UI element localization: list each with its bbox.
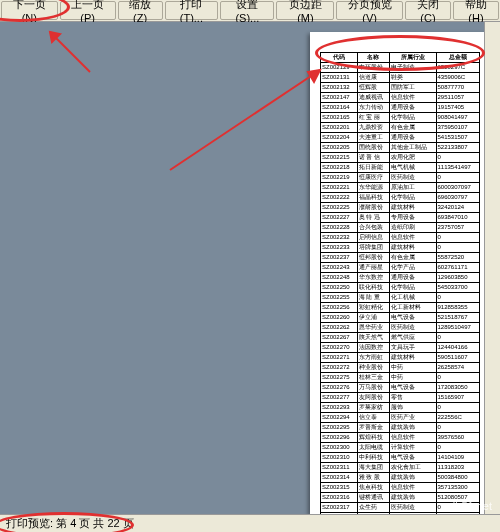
table-cell: 545033700 <box>436 283 479 293</box>
table-cell: 原油加工 <box>389 183 436 193</box>
table-cell: 电气机械 <box>389 163 436 173</box>
table-row: SZ002132恒辉股国防军工50877770 <box>321 83 480 93</box>
setup-button[interactable]: 设置(S)... <box>220 1 274 20</box>
table-cell: 522133807 <box>436 143 479 153</box>
table-cell: 农用化肥 <box>389 153 436 163</box>
prev-page-button[interactable]: 上一页(P) <box>60 1 116 20</box>
table-cell: 恒邦股份 <box>357 253 389 263</box>
table-cell: 焦点科技 <box>357 483 389 493</box>
table-cell: SZ002232 <box>321 233 358 243</box>
table-cell: 专用设备 <box>389 213 436 223</box>
table-cell: 文具玩手 <box>389 343 436 353</box>
table-cell: SZ002316 <box>321 493 358 503</box>
table-cell: 服饰 <box>389 403 436 413</box>
margins-button[interactable]: 页边距(M) <box>276 1 334 20</box>
table-cell: SZ002294 <box>321 413 358 423</box>
table-cell: 诺 普 信 <box>357 153 389 163</box>
status-text: 打印预览: 第 4 页 共 22 页 <box>6 516 134 531</box>
table-cell: 0 <box>436 233 479 243</box>
table-cell: 0 <box>436 423 479 433</box>
table-cell: 化学制品 <box>389 193 436 203</box>
table-row: SZ002201九鼎投资有色金属375950107 <box>321 123 480 133</box>
table-row: SZ002293罗莱家纺服饰0 <box>321 403 480 413</box>
table-row: SZ002315焦点科技信息软件357135300 <box>321 483 480 493</box>
zoom-button[interactable]: 缩放(Z) <box>118 1 163 20</box>
close-button[interactable]: 关闭(C) <box>405 1 451 20</box>
table-row: SZ002225濮耐股份建筑材料32420124 <box>321 203 480 213</box>
table-row: SZ002204大连重工通用设备541531507 <box>321 133 480 143</box>
table-cell: 15165907 <box>436 393 479 403</box>
table-cell: 建筑装饰 <box>389 423 436 433</box>
table-cell: SZ002270 <box>321 343 358 353</box>
table-cell: 通用设备 <box>389 133 436 143</box>
table-cell: SZ002315 <box>321 483 358 493</box>
print-button[interactable]: 打印(T)... <box>165 1 219 20</box>
table-cell: 建筑装饰 <box>389 473 436 483</box>
table-cell: 医药制造 <box>389 503 436 513</box>
table-cell: SZ002275 <box>321 373 358 383</box>
table-cell: 罗普斯金 <box>357 423 389 433</box>
table-cell: 建筑材料 <box>389 353 436 363</box>
table-cell: SZ002300 <box>321 443 358 453</box>
table-cell: 6000307097 <box>436 183 479 193</box>
table-cell: 693847010 <box>436 213 479 223</box>
table-row: SZ002267陕天然气燃气供应0 <box>321 333 480 343</box>
table-cell: 602761171 <box>436 263 479 273</box>
table-cell: 华东数控 <box>357 273 389 283</box>
table-row: SZ002232启明信息信息软件0 <box>321 233 480 243</box>
table-cell: 陕天然气 <box>357 333 389 343</box>
table-header: 名称 <box>357 53 389 63</box>
table-cell: SZ002164 <box>321 103 358 113</box>
table-cell: 恩华药业 <box>357 323 389 333</box>
table-cell: 伊立浦 <box>357 313 389 323</box>
table-cell: 521518767 <box>436 313 479 323</box>
table-cell: 建筑材料 <box>389 243 436 253</box>
table-cell: 0 <box>436 153 479 163</box>
table-cell: 中药 <box>389 373 436 383</box>
table-cell: 拓日新能 <box>357 163 389 173</box>
table-cell: 九鼎投资 <box>357 123 389 133</box>
table-cell: 法因数控 <box>357 343 389 353</box>
table-cell: 信息软件 <box>389 433 436 443</box>
table-cell: 众生药 <box>357 503 389 513</box>
table-cell: 鞋类 <box>389 73 436 83</box>
table-cell: SZ002271 <box>321 353 358 363</box>
help-button[interactable]: 帮助(H) <box>453 1 499 20</box>
table-cell: 电气设备 <box>389 383 436 393</box>
table-row: SZ002233塔牌集团建筑材料0 <box>321 243 480 253</box>
table-cell: SZ002296 <box>321 433 358 443</box>
table-cell: 化工机械 <box>389 293 436 303</box>
table-cell: 化工新材料 <box>389 303 436 313</box>
table-cell: SZ002243 <box>321 263 358 273</box>
table-cell: 键桥通讯 <box>357 493 389 503</box>
table-cell: SZ002272 <box>321 363 358 373</box>
table-cell: SZ002255 <box>321 293 358 303</box>
table-row: SZ002260伊立浦电气设备521518767 <box>321 313 480 323</box>
table-cell: SZ002204 <box>321 133 358 143</box>
table-cell: SZ002233 <box>321 243 358 253</box>
table-cell: 医药制造 <box>389 173 436 183</box>
table-cell: 国统股份 <box>357 143 389 153</box>
table-cell: SZ002295 <box>321 423 358 433</box>
table-cell: SZ002215 <box>321 153 358 163</box>
table-cell: 0 <box>436 503 479 513</box>
table-cell: 东华能源 <box>357 183 389 193</box>
table-cell: 信道康 <box>357 73 389 83</box>
table-row: SZ002221东华能源原油加工6000307097 <box>321 183 480 193</box>
vertical-scrollbar[interactable] <box>484 22 500 514</box>
next-page-button[interactable]: 下一页(N) <box>1 1 58 20</box>
table-cell: 172083050 <box>436 383 479 393</box>
table-cell: 恒康医疗 <box>357 173 389 183</box>
table-cell: 海 陆 重 <box>357 293 389 303</box>
table-cell: 32420124 <box>436 203 479 213</box>
table-cell: 信立泰 <box>357 413 389 423</box>
pagebreak-preview-button[interactable]: 分页预览(V) <box>336 1 403 20</box>
table-cell: SZ002277 <box>321 393 358 403</box>
table-cell: 电气设备 <box>389 453 436 463</box>
table-row: SZ002300太阳电缆计算软件0 <box>321 443 480 453</box>
table-cell: 农化食加工 <box>389 463 436 473</box>
table-cell: 化学制品 <box>389 283 436 293</box>
table-cell: 东力传动 <box>357 103 389 113</box>
table-cell: 29511057 <box>436 93 479 103</box>
table-cell: 50877770 <box>436 83 479 93</box>
